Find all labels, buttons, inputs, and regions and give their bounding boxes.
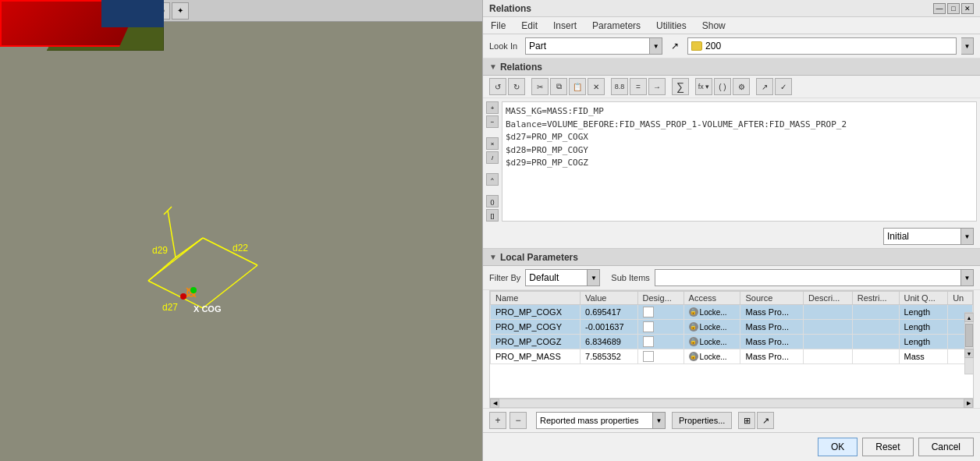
brackets-btn[interactable]: [] (486, 209, 499, 222)
title-text: Relations (489, 3, 531, 14)
cell-access-mass: 🔒 Locke... (684, 349, 740, 364)
cell-descri-cogz (804, 335, 853, 349)
scroll-thumb[interactable] (965, 324, 973, 347)
table-row[interactable]: PRO_MP_MASS 7.585352 🔒 Locke... Mass Pro… (491, 349, 973, 364)
cancel-button[interactable]: Cancel (918, 438, 974, 456)
cell-access-cogx: 🔒 Locke... (684, 305, 740, 320)
table-row[interactable]: PRO_MP_COGZ 6.834689 🔒 Locke... Mass Pro… (491, 335, 973, 349)
minimize-btn[interactable]: — (933, 3, 946, 14)
table-header-row: Name Value Desig... Access Source Descri… (491, 292, 973, 305)
menu-edit[interactable]: Edit (517, 19, 542, 33)
paren-btn[interactable]: ( ) (714, 78, 731, 95)
cell-name-cogx: PRO_MP_COGX (491, 305, 581, 320)
cell-desig-cogy (637, 320, 684, 335)
params-table[interactable]: Name Value Desig... Access Source Descri… (489, 290, 974, 399)
reported-dropdown-arrow[interactable]: ▼ (653, 412, 666, 429)
filter-dropdown-arrow[interactable]: ▼ (588, 269, 600, 286)
add-param-btn[interactable]: + (489, 412, 506, 429)
cross-btn[interactable]: × (486, 137, 499, 150)
menu-utilities[interactable]: Utilities (652, 19, 691, 33)
menu-file[interactable]: File (486, 19, 510, 33)
undo-btn[interactable]: ↺ (489, 78, 506, 95)
sub-items-dropdown[interactable] (655, 269, 961, 286)
svg-line-2 (203, 265, 257, 308)
col-name: Name (491, 292, 581, 305)
arrow-btn[interactable]: → (648, 78, 666, 95)
initial-dropdown-arrow[interactable]: ▼ (961, 228, 974, 245)
menu-parameters[interactable]: Parameters (588, 19, 645, 33)
reset-button[interactable]: Reset (862, 438, 913, 456)
properties-btn[interactable]: Properties... (672, 412, 732, 429)
redo-btn[interactable]: ↻ (508, 78, 525, 95)
fx-btn[interactable]: fx ▾ (695, 78, 712, 95)
filter-dropdown[interactable]: Default (525, 269, 588, 286)
reported-select[interactable]: Reported mass properties (536, 412, 653, 429)
cell-unitq-cogy: Length (899, 320, 948, 335)
folder-icon (691, 41, 702, 51)
bottom-buttons: OK Reset Cancel (483, 432, 980, 461)
grid-icon-btn[interactable]: ⊞ (738, 412, 755, 429)
cell-name-mass: PRO_MP_MASS (491, 349, 581, 364)
lock-icon: 🔒 (689, 352, 698, 361)
menu-show[interactable]: Show (698, 19, 730, 33)
cell-desig-mass (637, 349, 684, 364)
viewport-btn-10[interactable]: ✦ (172, 2, 189, 20)
title-bar: Relations — □ ✕ (483, 0, 980, 17)
col-un: Un (948, 292, 973, 305)
cut-btn[interactable]: ✂ (531, 78, 549, 95)
sub-items-label: Sub Items (611, 273, 650, 282)
plus-btn[interactable]: + (486, 101, 499, 114)
cell-name-cogz: PRO_MP_COGZ (491, 335, 581, 349)
export-btn[interactable]: ↗ (756, 78, 773, 95)
svg-line-5 (176, 238, 203, 257)
params-bottom-icons: ⊞ ↗ (738, 412, 774, 429)
minus-btn[interactable]: − (486, 115, 499, 128)
tools-btn[interactable]: ⚙ (733, 78, 750, 95)
look-in-dropdown[interactable]: Part (525, 37, 650, 55)
initial-select[interactable]: Initial (883, 228, 961, 245)
look-in-dropdown-arrow[interactable]: ▼ (650, 37, 662, 55)
export-icon-btn[interactable]: ↗ (757, 412, 774, 429)
scroll-right-arrow[interactable]: ▶ (964, 399, 973, 408)
cell-unitq-mass: Mass (899, 349, 948, 364)
local-params-title: Local Parameters (500, 252, 578, 263)
scroll-up-arrow[interactable]: ▲ (964, 313, 974, 322)
relations-content: + − × / ^ () [] MASS_KG=MASS:FID_MP Bala… (483, 98, 980, 225)
check-btn[interactable]: ✓ (775, 78, 792, 95)
equation-btn[interactable]: 8.8 (611, 78, 628, 95)
sub-items-dropdown-arrow[interactable]: ▼ (961, 269, 974, 286)
filter-row: Filter By Default ▼ Sub Items ▼ (483, 266, 980, 290)
cursor-icon[interactable]: ↗ (667, 37, 683, 55)
cell-descri-cogx (804, 305, 853, 320)
folder-path-arrow[interactable]: ▼ (961, 37, 974, 55)
table-row[interactable]: PRO_MP_COGY -0.001637 🔒 Locke... Mass Pr… (491, 320, 973, 335)
lock-icon: 🔒 (689, 307, 698, 317)
scroll-left-arrow[interactable]: ◀ (490, 399, 499, 408)
paste-btn[interactable]: 📋 (569, 78, 586, 95)
maximize-btn[interactable]: □ (947, 3, 960, 14)
vertical-scrollbar[interactable]: ▲ ▼ (964, 312, 974, 374)
equals-btn[interactable]: = (630, 78, 647, 95)
relations-toolbar: ↺ ↻ ✂ ⧉ 📋 ✕ 8.8 = → ∑ fx ▾ ( ) ⚙ ↗ ✓ (483, 76, 980, 98)
ok-button[interactable]: OK (818, 438, 858, 456)
col-access: Access (684, 292, 740, 305)
lock-icon: 🔒 (689, 322, 698, 332)
slash-btn[interactable]: / (486, 151, 499, 164)
sigma-btn[interactable]: ∑ (672, 78, 689, 95)
local-params-section: ▼ Local Parameters Filter By Default ▼ S… (483, 249, 980, 432)
col-descri: Descri... (804, 292, 853, 305)
delete-btn[interactable]: ✕ (588, 78, 605, 95)
remove-param-btn[interactable]: − (510, 412, 527, 429)
close-btn[interactable]: ✕ (961, 3, 974, 14)
caret-btn[interactable]: ^ (486, 173, 499, 186)
relations-text-area[interactable]: MASS_KG=MASS:FID_MP Balance=VOLUME_BEFOR… (502, 101, 977, 222)
parens-btn[interactable]: () (486, 195, 499, 207)
table-row[interactable]: PRO_MP_COGX 0.695417 🔒 Locke... Mass Pro… (491, 305, 973, 320)
menu-insert[interactable]: Insert (549, 19, 581, 33)
relations-collapse-arrow[interactable]: ▼ (489, 62, 497, 71)
rel-line-1: MASS_KG=MASS:FID_MP (506, 105, 973, 119)
copy-btn[interactable]: ⧉ (550, 78, 567, 95)
horizontal-scrollbar[interactable]: ◀ ▶ (489, 399, 974, 408)
local-params-collapse-arrow[interactable]: ▼ (489, 253, 497, 261)
scroll-down-arrow[interactable]: ▼ (964, 349, 974, 358)
